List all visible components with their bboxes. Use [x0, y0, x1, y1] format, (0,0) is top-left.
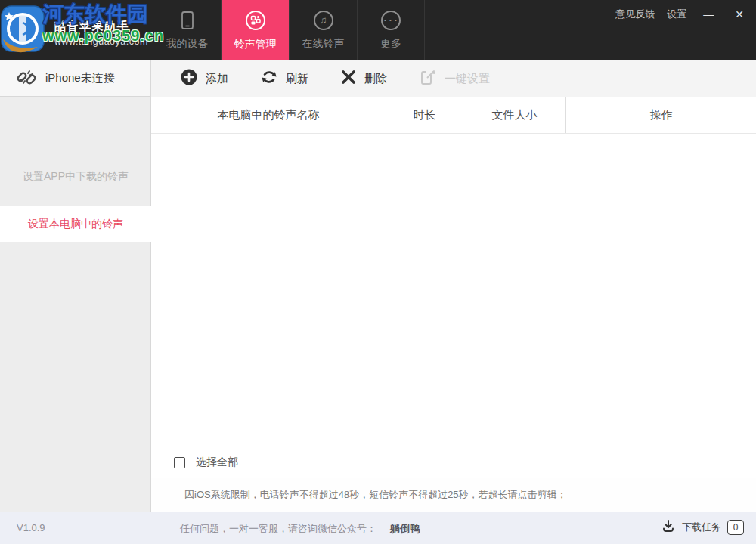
tab-my-device[interactable]: 我的设备	[153, 0, 221, 60]
download-count-badge: 0	[727, 520, 744, 535]
minimize-icon[interactable]: —	[699, 8, 718, 20]
app-logo	[0, 5, 45, 54]
ios-limit-notice: 因iOS系统限制，电话铃声不得超过48秒，短信铃声不得超过25秒，若超长请点击剪…	[184, 488, 567, 502]
tab-label: 铃声管理	[234, 38, 277, 51]
add-label: 添加	[206, 72, 228, 86]
version-label: V1.0.9	[17, 522, 45, 533]
tab-online-ringtones[interactable]: ♫ 在线铃声	[289, 0, 357, 60]
title-bar: 酷音苹果助手 www.tangdaoya.com 河东软件园 www.pc035…	[0, 0, 756, 60]
ringtone-list-empty	[151, 134, 756, 447]
refresh-icon	[260, 68, 278, 89]
oneclick-set-label: 一键设置	[445, 72, 490, 86]
delete-button[interactable]: 删除	[340, 69, 387, 88]
select-all-checkbox[interactable]	[174, 457, 185, 468]
support-text: 任何问题，一对一客服，请咨询微信公众号： 躺倒鸭	[180, 522, 420, 536]
column-header-actions: 操作	[565, 97, 756, 133]
app-title: 酷音苹果助手	[54, 20, 148, 34]
tab-label: 在线铃声	[302, 37, 345, 51]
download-tasks-button[interactable]: 下载任务 0	[661, 518, 744, 536]
settings-link[interactable]: 设置	[667, 8, 686, 21]
column-header-name: 本电脑中的铃声名称	[151, 97, 386, 133]
select-all-label: 选择全部	[196, 456, 238, 469]
more-ellipsis-icon: • • •	[381, 11, 401, 30]
tab-more[interactable]: • • • 更多	[357, 0, 425, 60]
sidebar-item-local-ringtones[interactable]: 设置本电脑中的铃声	[0, 206, 151, 242]
logo-text: 酷音苹果助手 www.tangdaoya.com	[54, 20, 148, 47]
window-controls: 意见反馈 设置 — ✕	[615, 5, 748, 24]
tab-label: 我的设备	[166, 37, 209, 51]
delete-label: 删除	[364, 72, 387, 86]
oneclick-phone-icon	[419, 68, 437, 89]
wechat-account-link[interactable]: 躺倒鸭	[390, 522, 420, 536]
toolbar: 添加 刷新	[151, 60, 756, 97]
device-status: iPhone未连接	[0, 60, 150, 97]
tab-ringtone-manage[interactable]: 铃声管理	[221, 0, 289, 60]
support-message: 任何问题，一对一客服，请咨询微信公众号：	[180, 522, 376, 536]
status-bar: V1.0.9 任何问题，一对一客服，请咨询微信公众号： 躺倒鸭 下载任务 0	[0, 512, 756, 544]
add-button[interactable]: 添加	[180, 68, 228, 89]
broken-link-icon	[15, 66, 38, 91]
sidebar-item-app-ringtones[interactable]: 设置APP中下载的铃声	[0, 170, 151, 184]
app-url: www.tangdaoya.com	[54, 36, 148, 47]
column-header-duration: 时长	[386, 97, 463, 133]
main-nav-tabs: 我的设备 铃声管理 ♫ 在线铃声 •	[153, 0, 425, 60]
column-header-filesize: 文件大小	[463, 97, 565, 133]
device-status-text: iPhone未连接	[45, 71, 115, 85]
music-note-icon: ♫	[314, 11, 333, 30]
select-all-row: 选择全部	[151, 447, 756, 478]
notice-bar: 因iOS系统限制，电话铃声不得超过48秒，短信铃声不得超过25秒，若超长请点击剪…	[151, 478, 756, 512]
tab-label: 更多	[380, 37, 401, 51]
table-header: 本电脑中的铃声名称 时长 文件大小 操作	[151, 97, 756, 134]
download-tasks-label: 下载任务	[682, 521, 721, 534]
add-icon	[180, 68, 198, 89]
phone-icon	[178, 11, 197, 30]
feedback-link[interactable]: 意见反馈	[615, 8, 655, 21]
download-icon	[661, 518, 676, 536]
ringtone-grid-icon	[245, 10, 266, 31]
close-icon[interactable]: ✕	[730, 8, 748, 20]
oneclick-set-button[interactable]: 一键设置	[419, 68, 490, 89]
refresh-label: 刷新	[286, 72, 308, 86]
refresh-button[interactable]: 刷新	[260, 68, 308, 89]
sidebar: iPhone未连接 设置APP中下载的铃声 管理已设置到iPhone的铃声 设置…	[0, 60, 151, 512]
delete-x-icon	[340, 69, 357, 88]
app-window: 酷音苹果助手 www.tangdaoya.com 河东软件园 www.pc035…	[0, 0, 756, 544]
